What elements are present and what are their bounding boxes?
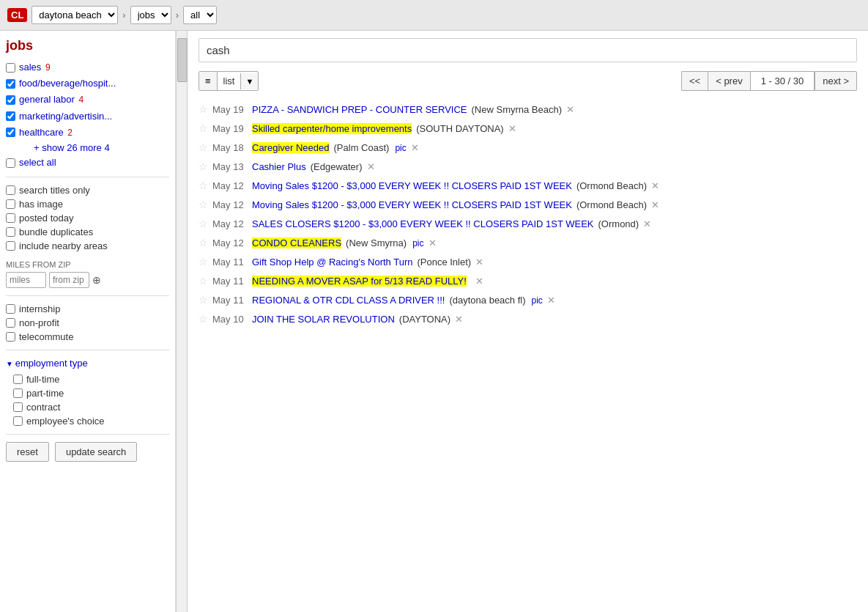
job-remove-button[interactable]: ✕ — [643, 218, 651, 229]
checkbox-healthcare[interactable] — [6, 128, 15, 137]
checkbox-telecommute[interactable] — [6, 332, 15, 342]
job-title-link[interactable]: Skilled carpenter/home improvements — [252, 123, 412, 134]
checkbox-fulltime[interactable] — [13, 375, 23, 384]
star-icon[interactable]: ☆ — [199, 141, 208, 153]
job-title-link[interactable]: PIZZA - SANDWICH PREP - COUNTER SERVICE — [252, 104, 467, 115]
label-search-titles[interactable]: search titles only — [19, 185, 90, 196]
job-date: May 12 — [212, 180, 248, 191]
job-remove-button[interactable]: ✕ — [455, 314, 463, 325]
job-title-link[interactable]: SALES CLOSERS $1200 - $3,000 EVERY WEEK … — [252, 218, 594, 229]
checkbox-bundle-duplicates[interactable] — [6, 227, 15, 237]
star-icon[interactable]: ☆ — [199, 256, 208, 268]
checkbox-selectall[interactable] — [6, 158, 15, 168]
job-title-link[interactable]: Caregiver Needed — [252, 142, 330, 153]
category-select[interactable]: jobs — [130, 6, 171, 24]
label-nearby-areas[interactable]: include nearby areas — [19, 240, 108, 251]
checkbox-parttime[interactable] — [13, 388, 23, 398]
checkbox-has-image[interactable] — [6, 199, 15, 209]
cl-logo[interactable]: CL — [7, 8, 27, 22]
job-remove-button[interactable]: ✕ — [411, 142, 419, 153]
list-item: ☆May 12SALES CLOSERS $1200 - $3,000 EVER… — [199, 214, 857, 233]
star-icon[interactable]: ☆ — [199, 180, 208, 191]
search-input[interactable] — [199, 38, 857, 62]
next-page-button[interactable]: next > — [815, 71, 857, 91]
sidebar-link-general[interactable]: general labor 4 — [19, 93, 84, 106]
job-date: May 19 — [212, 123, 248, 134]
checkbox-nearby-areas[interactable] — [6, 241, 15, 251]
job-title-link[interactable]: Cashier Plus — [252, 161, 306, 172]
label-employees-choice[interactable]: employee's choice — [26, 416, 105, 427]
label-non-profit[interactable]: non-profit — [19, 317, 59, 328]
first-page-button[interactable]: << — [681, 71, 708, 91]
label-contract[interactable]: contract — [26, 402, 60, 413]
prev-page-button[interactable]: < prev — [708, 71, 750, 91]
star-icon[interactable]: ☆ — [199, 199, 208, 210]
job-title-link[interactable]: CONDO CLEANERS — [252, 237, 341, 248]
list-item: ☆May 11NEEDING A MOVER ASAP for 5/13 REA… — [199, 271, 857, 290]
job-remove-button[interactable]: ✕ — [508, 123, 516, 134]
checkbox-search-titles[interactable] — [6, 185, 15, 195]
label-telecommute[interactable]: telecommute — [19, 331, 73, 342]
list-item: ☆May 13Cashier Plus (Edgewater)✕ — [199, 157, 857, 176]
location-select[interactable]: daytona beach — [31, 6, 118, 24]
job-remove-button[interactable]: ✕ — [566, 104, 574, 115]
checkbox-food[interactable] — [6, 79, 15, 89]
target-icon[interactable]: ⊕ — [92, 274, 101, 286]
list-dropdown-button[interactable]: ▼ — [240, 73, 258, 89]
label-bundle-duplicates[interactable]: bundle duplicates — [19, 226, 93, 237]
job-remove-button[interactable]: ✕ — [547, 295, 555, 306]
star-icon[interactable]: ☆ — [199, 275, 208, 287]
star-icon[interactable]: ☆ — [199, 313, 208, 325]
job-remove-button[interactable]: ✕ — [651, 180, 659, 191]
checkbox-sales[interactable] — [6, 63, 15, 73]
label-fulltime[interactable]: full-time — [26, 374, 60, 385]
checkbox-general[interactable] — [6, 95, 15, 105]
general-count: 4 — [79, 95, 84, 105]
label-internship[interactable]: internship — [19, 303, 60, 314]
job-remove-button[interactable]: ✕ — [475, 257, 483, 268]
employment-type-header[interactable]: employment type — [6, 358, 169, 369]
job-remove-button[interactable]: ✕ — [367, 161, 375, 172]
scrollbar[interactable] — [176, 31, 188, 612]
star-icon[interactable]: ☆ — [199, 237, 208, 248]
checkbox-contract[interactable] — [13, 402, 23, 412]
checkbox-posted-today[interactable] — [6, 213, 15, 223]
job-remove-button[interactable]: ✕ — [651, 199, 659, 210]
job-title-link[interactable]: Moving Sales $1200 - $3,000 EVERY WEEK !… — [252, 180, 572, 191]
sidebar-link-food[interactable]: food/beverage/hospit... — [19, 77, 116, 90]
employment-fulltime: full-time — [6, 372, 169, 386]
zip-input[interactable] — [49, 272, 89, 288]
checkbox-employees-choice[interactable] — [13, 416, 23, 426]
job-title-link[interactable]: Gift Shop Help @ Racing's North Turn — [252, 257, 412, 268]
star-icon[interactable]: ☆ — [199, 161, 208, 172]
label-posted-today[interactable]: posted today — [19, 213, 73, 224]
job-title-link[interactable]: JOIN THE SOLAR REVOLUTION — [252, 314, 395, 325]
subcategory-select[interactable]: all — [183, 6, 217, 24]
job-title-link[interactable]: Moving Sales $1200 - $3,000 EVERY WEEK !… — [252, 199, 572, 210]
label-has-image[interactable]: has image — [19, 199, 63, 210]
sidebar-item-general: general labor 4 — [6, 92, 169, 108]
job-pic-label: pic — [532, 295, 543, 306]
checkbox-marketing[interactable] — [6, 111, 15, 121]
star-icon[interactable]: ☆ — [199, 294, 208, 306]
job-remove-button[interactable]: ✕ — [475, 276, 483, 287]
scroll-thumb[interactable] — [177, 38, 188, 82]
sidebar-link-marketing[interactable]: marketing/advertisin... — [19, 110, 112, 123]
star-icon[interactable]: ☆ — [199, 122, 208, 134]
job-remove-button[interactable]: ✕ — [429, 237, 437, 248]
sidebar-link-selectall[interactable]: select all — [19, 156, 56, 169]
list-icon-button[interactable]: ≡ — [199, 72, 218, 90]
sidebar-link-sales[interactable]: sales 9 — [19, 61, 51, 74]
update-search-button[interactable]: update search — [55, 442, 137, 462]
checkbox-internship[interactable] — [6, 304, 15, 314]
miles-input[interactable] — [6, 272, 46, 288]
star-icon[interactable]: ☆ — [199, 218, 208, 229]
show-more-link[interactable]: + show 26 more 4 — [19, 142, 110, 153]
checkbox-non-profit[interactable] — [6, 318, 15, 328]
label-parttime[interactable]: part-time — [26, 388, 64, 399]
star-icon[interactable]: ☆ — [199, 103, 208, 115]
job-title-link[interactable]: REGIONAL & OTR CDL CLASS A DRIVER !!! — [252, 295, 445, 306]
reset-button[interactable]: reset — [6, 442, 49, 462]
job-title-link[interactable]: NEEDING A MOVER ASAP for 5/13 READ FULLY… — [252, 276, 467, 287]
sidebar-link-healthcare[interactable]: healthcare 2 — [19, 126, 73, 139]
